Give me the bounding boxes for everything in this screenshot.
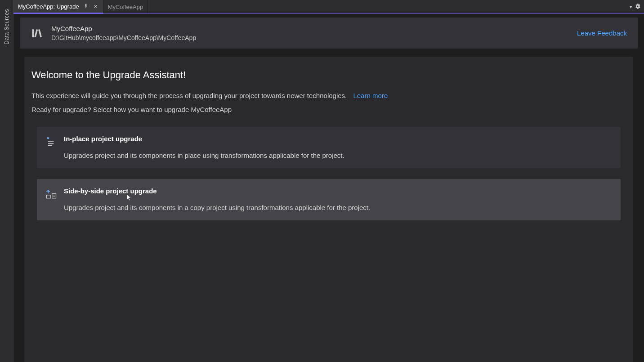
content-area: MyCoffeeApp D:\GitHub\mycoffeeapp\MyCoff… [13,13,644,362]
project-info: MyCoffeeApp D:\GitHub\mycoffeeapp\MyCoff… [51,25,577,41]
option-description: Upgrades project and its components in a… [64,204,613,211]
upgrade-panel: Welcome to the Upgrade Assistant! This e… [24,57,633,362]
svg-rect-4 [48,143,54,144]
learn-more-link[interactable]: Learn more [353,92,388,99]
svg-rect-2 [38,29,42,37]
gear-icon[interactable] [635,4,640,10]
pin-icon[interactable] [83,3,89,10]
svg-rect-6 [47,195,51,198]
option-in-place-upgrade[interactable]: In-place project upgrade Upgrades projec… [37,127,621,168]
side-by-side-icon [45,188,58,201]
intro-text-body: This experience will guide you through t… [31,92,347,99]
tab-upgrade[interactable]: MyCoffeeApp: Upgrade ✕ [13,0,103,13]
leave-feedback-link[interactable]: Leave Feedback [577,29,627,37]
data-sources-tab[interactable]: Data Sources [4,9,10,45]
option-side-by-side-upgrade[interactable]: Side-by-side project upgrade Upgrades pr… [37,179,621,220]
option-title: In-place project upgrade [64,135,613,143]
in-place-icon [45,136,58,148]
svg-rect-0 [32,29,34,37]
tab-label: MyCoffeeApp: Upgrade [18,3,79,10]
option-body: In-place project upgrade Upgrades projec… [64,135,613,159]
svg-rect-3 [48,141,54,142]
svg-rect-5 [48,145,52,146]
welcome-title: Welcome to the Upgrade Assistant! [31,69,626,81]
svg-rect-7 [52,193,56,198]
project-path: D:\GitHub\mycoffeeapp\MyCoffeeApp\MyCoff… [51,34,577,41]
project-icon [31,27,43,40]
project-name: MyCoffeeApp [51,25,577,32]
option-description: Upgrades project and its components in p… [64,152,613,159]
option-title: Side-by-side project upgrade [64,187,613,195]
main-area: MyCoffeeApp: Upgrade ✕ MyCoffeeApp ▾ [13,0,644,362]
tab-label: MyCoffeeApp [108,4,143,10]
tab-mycoffeeapp[interactable]: MyCoffeeApp [103,0,148,13]
dropdown-icon[interactable]: ▾ [630,4,632,10]
project-header: MyCoffeeApp D:\GitHub\mycoffeeapp\MyCoff… [20,18,638,49]
vertical-toolbar: Data Sources [0,0,13,362]
tab-right-controls: ▾ [630,0,644,13]
close-icon[interactable]: ✕ [93,3,98,10]
ready-text: Ready for upgrade? Select how you want t… [31,106,626,113]
option-body: Side-by-side project upgrade Upgrades pr… [64,187,613,211]
tab-bar: MyCoffeeApp: Upgrade ✕ MyCoffeeApp ▾ [13,0,644,13]
svg-rect-1 [34,29,38,37]
intro-text: This experience will guide you through t… [31,92,626,99]
